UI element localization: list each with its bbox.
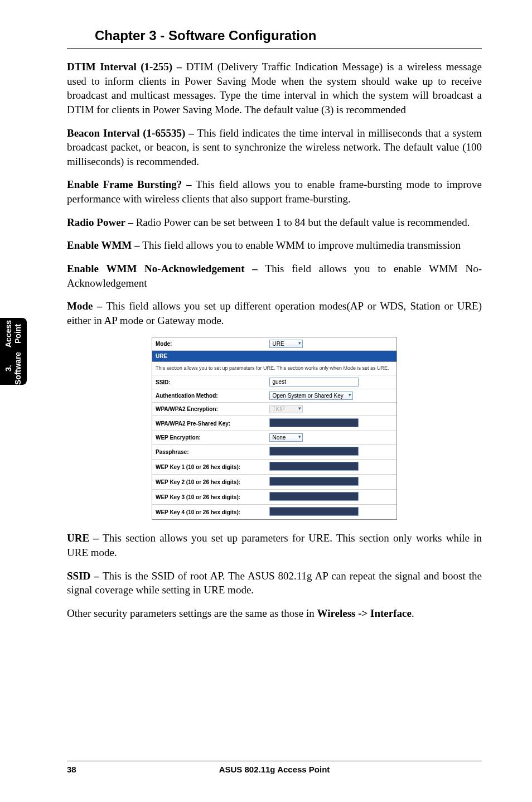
para-radiopower: Radio Power – Radio Power can be set bet… xyxy=(67,215,482,230)
text-mode: This field allows you set up different o… xyxy=(67,300,482,326)
text-ure: This section allows you set up parameter… xyxy=(67,532,482,558)
side-tab-line1: 3. Software xyxy=(4,352,23,385)
sc-wep4-row: WEP Key 4 (10 or 26 hex digits): xyxy=(152,505,396,519)
text-other-bold: Wireless -> Interface xyxy=(317,607,411,619)
para-beacon: Beacon Interval (1-65535) – This field i… xyxy=(67,126,482,169)
text-other-post: . xyxy=(412,607,414,619)
sc-auth-row: Authentication Method: Open System or Sh… xyxy=(152,389,396,403)
sc-wep3-label: WEP Key 3 (10 or 26 hex digits): xyxy=(156,494,269,500)
sc-auth-label: Authentication Method: xyxy=(156,393,269,399)
side-tab: 3. Software Access Point xyxy=(0,318,27,385)
label-mode: Mode – xyxy=(67,300,106,312)
sc-wep1-label: WEP Key 1 (10 or 26 hex digits): xyxy=(156,464,269,470)
sc-mode-val: URE xyxy=(269,340,393,348)
label-frameburst: Enable Frame Bursting? – xyxy=(67,178,196,190)
sc-wpaenc-row: WPA/WPA2 Encryption: TKIP xyxy=(152,403,396,416)
text-wmm: This field allows you to enable WMM to i… xyxy=(142,239,461,251)
footer-spacer xyxy=(448,765,482,774)
screenshot: Mode: URE URE This section allows you to… xyxy=(152,337,397,520)
sc-mode-label: Mode: xyxy=(156,341,269,347)
ure-header: URE xyxy=(152,351,396,362)
sc-wpapsk-label: WPA/WPA2 Pre-Shared Key: xyxy=(156,421,269,427)
para-ure: URE – This section allows you set up par… xyxy=(67,531,482,559)
sc-wep3-row: WEP Key 3 (10 or 26 hex digits): xyxy=(152,490,396,505)
wep4-input[interactable] xyxy=(269,507,359,516)
screenshot-wrap: Mode: URE URE This section allows you to… xyxy=(67,337,482,520)
para-dtim: DTIM Interval (1-255) – DTIM (Delivery T… xyxy=(67,60,482,117)
label-ure: URE – xyxy=(67,532,103,544)
side-tab-line2: Access Point xyxy=(4,318,23,350)
text-ssid: This is the SSID of root AP. The ASUS 80… xyxy=(67,570,482,596)
para-wmm: Enable WMM – This field allows you to en… xyxy=(67,238,482,253)
sc-wep2-label: WEP Key 2 (10 or 26 hex digits): xyxy=(156,479,269,485)
wep1-input[interactable] xyxy=(269,462,359,471)
label-beacon: Beacon Interval (1-65535) – xyxy=(67,127,197,139)
ure-desc: This section allows you to set up parame… xyxy=(152,362,396,376)
para-ssid: SSID – This is the SSID of root AP. The … xyxy=(67,569,482,597)
sc-ssid-label: SSID: xyxy=(156,379,269,385)
sc-wepenc-label: WEP Encryption: xyxy=(156,434,269,441)
ssid-input[interactable]: guest xyxy=(269,378,359,386)
sc-wpaenc-label: WPA/WPA2 Encryption: xyxy=(156,406,269,412)
mode-select[interactable]: URE xyxy=(269,340,303,348)
text-other-pre: Other security parameters settings are t… xyxy=(67,607,317,619)
wpapsk-input[interactable] xyxy=(269,418,359,427)
footer: 38 ASUS 802.11g Access Point xyxy=(67,761,482,774)
wep3-input[interactable] xyxy=(269,492,359,501)
pass-input[interactable] xyxy=(269,447,359,456)
text-radiopower: Radio Power can be set between 1 to 84 b… xyxy=(136,216,470,228)
sc-pass-row: Passphrase: xyxy=(152,445,396,460)
label-dtim: DTIM Interval (1-255) – xyxy=(67,61,186,73)
sc-wpapsk-row: WPA/WPA2 Pre-Shared Key: xyxy=(152,416,396,431)
chapter-title: Chapter 3 - Software Configuration xyxy=(95,28,482,44)
footer-title: ASUS 802.11g Access Point xyxy=(100,765,448,774)
wep2-input[interactable] xyxy=(269,477,359,486)
wpaenc-select[interactable]: TKIP xyxy=(269,405,303,413)
wepenc-select[interactable]: None xyxy=(269,433,303,442)
sc-wepenc-row: WEP Encryption: None xyxy=(152,431,396,445)
label-wmm: Enable WMM – xyxy=(67,239,142,251)
label-wmmnoack: Enable WMM No-Acknowledgement – xyxy=(67,263,265,274)
para-other: Other security parameters settings are t… xyxy=(67,606,482,621)
sc-mode-row: Mode: URE xyxy=(152,337,396,351)
sc-wep4-label: WEP Key 4 (10 or 26 hex digits): xyxy=(156,509,269,515)
para-mode: Mode – This field allows you set up diff… xyxy=(67,299,482,327)
label-ssid: SSID – xyxy=(67,570,103,582)
para-frameburst: Enable Frame Bursting? – This field allo… xyxy=(67,177,482,206)
top-rule xyxy=(67,48,482,49)
footer-page: 38 xyxy=(67,765,100,774)
footer-rule xyxy=(67,761,482,761)
auth-select[interactable]: Open System or Shared Key xyxy=(269,392,353,400)
sc-ssid-row: SSID: guest xyxy=(152,375,396,389)
sc-wep1-row: WEP Key 1 (10 or 26 hex digits): xyxy=(152,460,396,475)
label-radiopower: Radio Power – xyxy=(67,216,136,228)
para-wmmnoack: Enable WMM No-Acknowledgement – This fie… xyxy=(67,262,482,290)
sc-wep2-row: WEP Key 2 (10 or 26 hex digits): xyxy=(152,475,396,490)
sc-pass-label: Passphrase: xyxy=(156,449,269,455)
